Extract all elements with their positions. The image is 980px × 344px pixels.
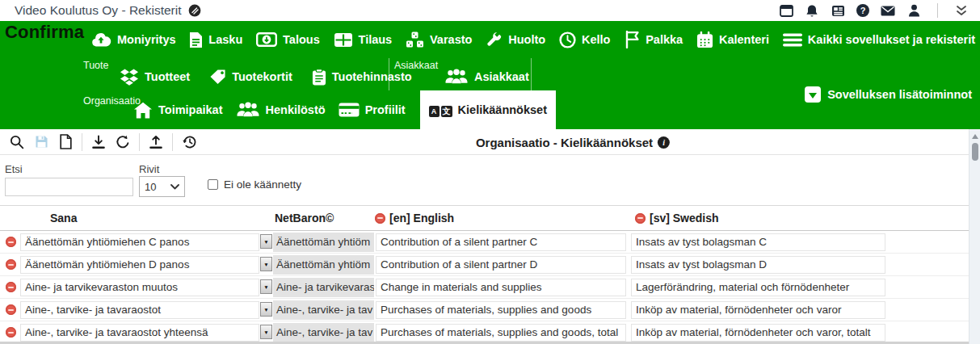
cell-sana[interactable]: Äänettömän yhtiömiehen C panos — [20, 233, 259, 251]
rows-label: Rivit — [139, 163, 159, 175]
nav-item-label: Profiilit — [365, 103, 406, 116]
staff-people-icon — [236, 102, 260, 118]
nav-item-toimipaikat[interactable]: Toimipaikat — [133, 102, 223, 119]
combo-dropdown-button[interactable]: ▼ — [260, 302, 272, 317]
cell-netbaron: Äänettömän yhtiöm — [273, 255, 374, 275]
cell-swedish[interactable]: Lagerförändring, material och förnödenhe… — [631, 279, 885, 296]
nav-item-label: Tuotekortit — [232, 70, 292, 83]
cell-sana[interactable]: Aine-, tarvike- ja tavaraostot — [20, 301, 259, 319]
mail-icon[interactable] — [881, 3, 895, 18]
table-row: Aine-, tarvike- ja tavaraostot ▼ Aine-, … — [0, 299, 969, 321]
nav-app-label: Kalenteri — [719, 33, 769, 46]
info-icon[interactable]: i — [658, 136, 670, 149]
pricelist-clipboard-icon — [312, 69, 326, 86]
remove-row-icon[interactable] — [6, 282, 16, 292]
combo-dropdown-button[interactable]: ▼ — [260, 325, 272, 339]
nav-app-kello[interactable]: Kello — [559, 31, 610, 48]
column-header-english[interactable]: [en] English — [375, 206, 454, 230]
search-icon[interactable] — [5, 131, 29, 153]
remove-language-icon[interactable] — [635, 213, 646, 224]
nav-group-label: Tuote — [83, 60, 109, 71]
toolbar-separator — [139, 133, 140, 151]
vertical-scrollbar[interactable] — [969, 129, 980, 344]
cell-english[interactable]: Purchases of materials, supplies and goo… — [376, 324, 626, 342]
scrollbar-thumb[interactable] — [972, 143, 978, 161]
window-title: Video Koulutus Oy - Rekisterit — [15, 3, 181, 18]
status-orb-icon[interactable] — [188, 4, 201, 17]
history-icon[interactable] — [177, 131, 201, 153]
nav-app-kaikki-sovellukset[interactable]: Kaikki sovellukset ja rekisterit — [783, 33, 975, 47]
new-document-icon[interactable] — [53, 131, 78, 153]
cell-sana[interactable]: Aine-, tarvike- ja tavaraostot yhteensä — [20, 324, 259, 342]
clock-icon — [559, 31, 576, 48]
nav-item-henkilosto[interactable]: Henkilöstö — [236, 102, 326, 118]
remove-language-icon[interactable] — [375, 213, 385, 224]
collapse-double-chevron-icon[interactable] — [954, 3, 969, 18]
app-menu-row: Moniyritys Lasku Talous Tilaus Varasto H… — [90, 21, 975, 58]
notifications-bell-icon[interactable] — [805, 3, 819, 18]
app-extra-actions-button[interactable]: Sovelluksen lisätoiminnot — [805, 84, 972, 105]
untranslated-checkbox[interactable] — [208, 179, 218, 190]
titlebar-actions: ? — [779, 3, 969, 18]
translate-icon: A文 — [429, 103, 452, 117]
nav-app-kalenteri[interactable]: Kalenteri — [696, 31, 769, 48]
upload-icon[interactable] — [144, 131, 168, 153]
column-header-netbaron[interactable]: NetBaron© — [275, 206, 334, 230]
brand-logo[interactable]: Confirma — [5, 22, 84, 43]
remove-row-icon[interactable] — [6, 304, 16, 315]
nav-app-talous[interactable]: Talous — [256, 32, 320, 47]
nav-item-profiilit[interactable]: Profiilit — [339, 103, 406, 117]
rows-per-page-select[interactable]: 10 — [139, 176, 185, 197]
help-icon[interactable]: ? — [856, 4, 869, 17]
cell-netbaron: Aine- ja tarvikevaras — [273, 278, 374, 297]
combo-dropdown-button[interactable]: ▼ — [260, 257, 272, 271]
combo-dropdown-button[interactable]: ▼ — [260, 279, 272, 294]
toolbar-separator — [172, 133, 173, 151]
order-grid-icon — [334, 32, 353, 48]
download-icon[interactable] — [86, 131, 111, 153]
nav-app-huolto[interactable]: Huolto — [486, 31, 545, 48]
cell-swedish[interactable]: Insats av tyst bolagsman D — [631, 256, 885, 274]
cell-english[interactable]: Change in materials and supplies — [376, 279, 626, 296]
remove-row-icon[interactable] — [6, 327, 16, 338]
refresh-icon[interactable] — [111, 131, 135, 153]
nav-item-label: Kielikäännökset — [458, 103, 547, 116]
nav-item-asiakkaat[interactable]: Asiakkaat — [444, 69, 529, 85]
nav-app-varasto[interactable]: Varasto — [406, 31, 472, 48]
nav-app-lasku[interactable]: Lasku — [189, 31, 242, 48]
search-input[interactable] — [5, 178, 133, 196]
table-row: Äänettömän yhtiömiehen C panos ▼ Äänettö… — [0, 231, 969, 254]
tag-icon — [209, 69, 226, 85]
remove-row-icon[interactable] — [6, 259, 16, 270]
nav-item-kielikaannokset-active-tab[interactable]: A文 Kielikäännökset — [420, 90, 556, 129]
home-icon — [133, 102, 153, 119]
cell-sana[interactable]: Äänettömän yhtiömiehen D panos — [20, 256, 259, 274]
news-icon[interactable] — [831, 3, 845, 18]
combo-dropdown-button[interactable]: ▼ — [260, 234, 272, 249]
profile-card-icon — [339, 103, 360, 117]
nav-app-palkka[interactable]: Palkka — [624, 31, 683, 48]
nav-item-tuotekortit[interactable]: Tuotekortit — [209, 69, 292, 85]
cell-swedish[interactable]: Inköp av material, förnödenheter och var… — [631, 324, 885, 342]
cell-swedish[interactable]: Insats av tyst bolagsman C — [631, 233, 885, 251]
user-icon[interactable] — [906, 3, 921, 18]
cell-english[interactable]: Contribution of a silent partner D — [376, 256, 626, 274]
products-box-icon — [120, 69, 139, 86]
table-header: Sana NetBaron© [en] English [sv] Swedish — [0, 206, 969, 231]
cell-english[interactable]: Contribution of a silent partner C — [376, 233, 626, 251]
nav-app-tilaus[interactable]: Tilaus — [334, 32, 393, 48]
nav-group-label: Organisaatio — [83, 95, 141, 107]
cell-swedish[interactable]: Inköp av material, förnödenheter och var… — [631, 301, 885, 319]
column-header-sana[interactable]: Sana — [50, 206, 77, 230]
column-header-swedish[interactable]: [sv] Swedish — [635, 206, 719, 230]
remove-row-icon[interactable] — [6, 237, 16, 247]
warehouse-boxes-icon — [406, 31, 424, 48]
nav-app-moniyritys[interactable]: Moniyritys — [90, 31, 176, 48]
scrollbar-up-arrow[interactable] — [972, 134, 978, 139]
window-layout-icon[interactable] — [779, 3, 793, 18]
cell-sana[interactable]: Aine- ja tarvikevaraston muutos — [20, 279, 259, 296]
nav-item-tuotteet[interactable]: Tuotteet — [120, 69, 190, 86]
main-navigation: Confirma Moniyritys Lasku Talous Tilaus … — [0, 21, 980, 129]
cell-english[interactable]: Purchases of materials, supplies and goo… — [376, 301, 626, 319]
save-icon[interactable] — [29, 131, 53, 153]
